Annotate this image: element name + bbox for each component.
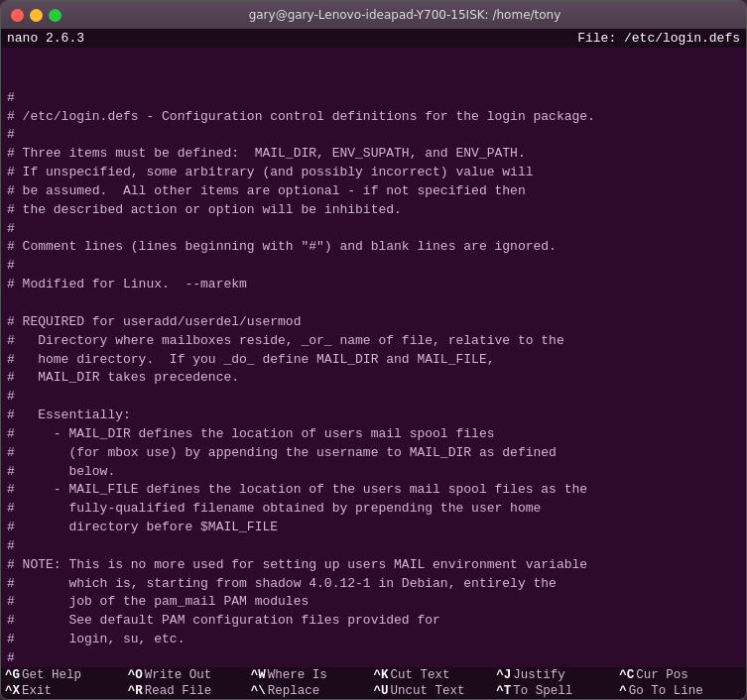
shortcut-row: ^X Exit^R Read File^\ Replace^U Uncut Te… <box>1 683 746 699</box>
shortcut-label: To Spell <box>513 684 572 698</box>
shortcut-label: Read File <box>145 684 212 698</box>
editor-line: # Comment lines (lines beginning with "#… <box>7 238 740 257</box>
window-controls <box>11 9 62 22</box>
shortcut-item: ^J Justify <box>496 668 613 682</box>
shortcut-key: ^U <box>373 684 388 698</box>
editor-line: # See default PAM configuration files pr… <box>7 612 740 631</box>
shortcut-bar: ^G Get Help^O Write Out^W Where Is^K Cut… <box>1 667 746 699</box>
editor-line: # <box>7 220 740 239</box>
shortcut-label: Go To Line <box>629 684 703 698</box>
shortcut-key: ^ <box>619 684 627 698</box>
editor-line: # /etc/login.defs - Configuration contro… <box>7 108 740 127</box>
editor-line: # <box>7 126 740 145</box>
shortcut-item: ^G Get Help <box>5 668 122 682</box>
shortcut-label: Write Out <box>145 668 212 682</box>
shortcut-label: Uncut Text <box>391 684 465 698</box>
terminal-window: gary@gary-Lenovo-ideapad-Y700-15ISK: /ho… <box>0 0 747 700</box>
editor-line: # login, su, etc. <box>7 631 740 649</box>
shortcut-label: Exit <box>22 684 52 698</box>
shortcut-key: ^C <box>619 668 634 682</box>
shortcut-item: ^T To Spell <box>496 684 613 698</box>
shortcut-item: ^U Uncut Text <box>373 684 490 698</box>
editor-line: # be assumed. All other items are option… <box>7 182 740 201</box>
shortcut-key: ^O <box>128 668 143 682</box>
editor-line: # - MAIL_DIR defines the location of use… <box>7 425 740 444</box>
editor-line: # home directory. If you _do_ define MAI… <box>7 351 740 370</box>
editor-line: # which is, starting from shadow 4.0.12-… <box>7 575 740 594</box>
editor-line: # below. <box>7 463 740 482</box>
editor-line: # <box>7 388 740 407</box>
editor-line: # REQUIRED for useradd/userdel/usermod <box>7 313 740 332</box>
shortcut-item: ^R Read File <box>128 684 245 698</box>
editor-line: # - MAIL_FILE defines the location of th… <box>7 481 740 500</box>
editor-line: # <box>7 649 740 667</box>
shortcut-key: ^\ <box>251 684 266 698</box>
shortcut-item: ^X Exit <box>5 684 122 698</box>
shortcut-key: ^G <box>5 668 20 682</box>
shortcut-item: ^ Go To Line <box>619 684 736 698</box>
minimize-button[interactable] <box>30 9 43 22</box>
nano-filename: File: /etc/login.defs <box>577 31 740 46</box>
editor-line: # Essentially: <box>7 407 740 425</box>
editor-line: # NOTE: This is no more used for setting… <box>7 556 740 575</box>
editor-line: # <box>7 537 740 556</box>
shortcut-label: Where Is <box>268 668 327 682</box>
editor-line: # the described action or option will be… <box>7 201 740 220</box>
shortcut-item: ^W Where Is <box>251 668 368 682</box>
editor-line: # If unspecified, some arbitrary (and po… <box>7 164 740 182</box>
shortcut-key: ^T <box>496 684 511 698</box>
shortcut-label: Replace <box>268 684 320 698</box>
editor-line: # job of the pam_mail PAM modules <box>7 593 740 612</box>
title-bar: gary@gary-Lenovo-ideapad-Y700-15ISK: /ho… <box>1 1 746 29</box>
editor-line: # <box>7 257 740 276</box>
shortcut-key: ^K <box>373 668 388 682</box>
shortcut-label: Get Help <box>22 668 81 682</box>
editor-line <box>7 294 740 313</box>
editor-line: # fully-qualified filename obtained by p… <box>7 500 740 519</box>
editor-line: # <box>7 89 740 108</box>
shortcut-item: ^O Write Out <box>128 668 245 682</box>
nano-version: nano 2.6.3 <box>7 31 84 46</box>
editor-line: # Three items must be defined: MAIL_DIR,… <box>7 145 740 164</box>
shortcut-label: Cur Pos <box>636 668 688 682</box>
shortcut-label: Cut Text <box>391 668 450 682</box>
editor-line: # Directory where mailboxes reside, _or_… <box>7 332 740 351</box>
shortcut-row: ^G Get Help^O Write Out^W Where Is^K Cut… <box>1 667 746 683</box>
editor-line: # MAIL_DIR takes precedence. <box>7 369 740 388</box>
shortcut-item: ^\ Replace <box>251 684 368 698</box>
shortcut-item: ^K Cut Text <box>373 668 490 682</box>
editor-line: # Modified for Linux. --marekm <box>7 276 740 294</box>
editor-line: # directory before $MAIL_FILE <box>7 519 740 537</box>
shortcut-key: ^W <box>251 668 266 682</box>
editor-area[interactable]: ## /etc/login.defs - Configuration contr… <box>1 48 746 667</box>
shortcut-key: ^J <box>496 668 511 682</box>
shortcut-key: ^X <box>5 684 20 698</box>
shortcut-label: Justify <box>513 668 565 682</box>
window-title: gary@gary-Lenovo-ideapad-Y700-15ISK: /ho… <box>73 8 736 22</box>
maximize-button[interactable] <box>49 9 62 22</box>
shortcut-item: ^C Cur Pos <box>619 668 736 682</box>
nano-header: nano 2.6.3 File: /etc/login.defs <box>1 29 746 48</box>
close-button[interactable] <box>11 9 24 22</box>
shortcut-key: ^R <box>128 684 143 698</box>
editor-line: # (for mbox use) by appending the userna… <box>7 444 740 463</box>
